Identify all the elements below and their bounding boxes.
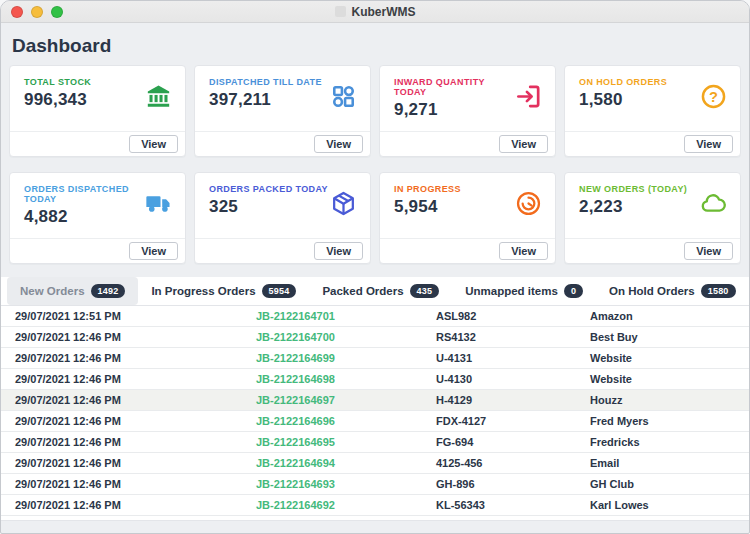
- view-button[interactable]: View: [684, 135, 733, 153]
- order-table-row[interactable]: 29/07/2021 12:46 PM JB-2122164698 U-4130…: [1, 369, 749, 390]
- view-button[interactable]: View: [499, 242, 548, 260]
- stat-card-value: 4,882: [24, 207, 145, 227]
- order-datetime-cell: 29/07/2021 12:46 PM: [1, 453, 242, 473]
- order-datetime-cell: 29/07/2021 12:51 PM: [1, 306, 242, 326]
- zoom-icon[interactable]: [51, 6, 63, 18]
- order-table-row[interactable]: 29/07/2021 12:46 PM JB-2122164694 4125-4…: [1, 453, 749, 474]
- order-reference-cell: FDX-4127: [422, 411, 576, 431]
- view-button[interactable]: View: [129, 135, 178, 153]
- tab-count-badge: 1492: [91, 284, 126, 298]
- order-id-link[interactable]: JB-2122164692: [242, 495, 422, 515]
- order-channel-cell: Fredricks: [576, 432, 749, 452]
- stat-card-footer: View: [195, 131, 370, 156]
- orders-table: 29/07/2021 12:51 PM JB-2122164701 ASL982…: [1, 305, 749, 516]
- orders-tab-packed-orders[interactable]: Packed Orders 435: [309, 277, 452, 305]
- minimize-icon[interactable]: [31, 6, 43, 18]
- order-channel-cell: Karl Lowes: [576, 495, 749, 515]
- stat-card-label: IN PROGRESS: [394, 184, 461, 194]
- tab-label: On Hold Orders: [609, 285, 695, 297]
- order-channel-cell: Houzz: [576, 390, 749, 410]
- tab-label: Packed Orders: [322, 285, 403, 297]
- order-id-link[interactable]: JB-2122164699: [242, 348, 422, 368]
- order-table-row[interactable]: 29/07/2021 12:46 PM JB-2122164696 FDX-41…: [1, 411, 749, 432]
- stat-card-value: 325: [209, 197, 328, 217]
- stat-card-footer: View: [565, 131, 740, 156]
- orders-tab-unmapped-items[interactable]: Unmapped items 0: [452, 277, 596, 305]
- stat-card-value: 2,223: [579, 197, 687, 217]
- order-id-link[interactable]: JB-2122164697: [242, 390, 422, 410]
- stat-card-footer: View: [565, 238, 740, 263]
- stat-card: DISPATCHED TILL DATE 397,211 View: [194, 65, 371, 157]
- table-footer-spacer: [1, 516, 749, 521]
- stat-card-value: 9,271: [394, 100, 515, 120]
- order-datetime-cell: 29/07/2021 12:46 PM: [1, 348, 242, 368]
- inward-icon: [515, 83, 542, 110]
- stat-card-body: ORDERS DISPATCHED TODAY 4,882: [10, 173, 185, 238]
- tab-label: Unmapped items: [465, 285, 558, 297]
- orders-tab-on-hold-orders[interactable]: On Hold Orders 1580: [596, 277, 748, 305]
- tab-label: New Orders: [20, 285, 85, 297]
- order-reference-cell: RS4132: [422, 327, 576, 347]
- view-button[interactable]: View: [499, 135, 548, 153]
- order-reference-cell: U-4131: [422, 348, 576, 368]
- order-table-row[interactable]: 29/07/2021 12:46 PM JB-2122164697 H-4129…: [1, 390, 749, 411]
- view-button[interactable]: View: [129, 242, 178, 260]
- stat-card-body: INWARD QUANTITY TODAY 9,271: [380, 66, 555, 131]
- order-table-row[interactable]: 29/07/2021 12:46 PM JB-2122164699 U-4131…: [1, 348, 749, 369]
- orders-tab-new-orders[interactable]: New Orders 1492: [7, 277, 138, 305]
- tab-count-badge: 5954: [262, 284, 297, 298]
- truck-icon: [145, 190, 172, 217]
- stat-card-footer: View: [380, 238, 555, 263]
- order-reference-cell: U-4130: [422, 369, 576, 389]
- stat-card-body: ON HOLD ORDERS 1,580 ?: [565, 66, 740, 131]
- order-channel-cell: Website: [576, 369, 749, 389]
- stat-card: IN PROGRESS 5,954 View: [379, 172, 556, 264]
- order-channel-cell: Website: [576, 348, 749, 368]
- stat-card-body: NEW ORDERS (TODAY) 2,223: [565, 173, 740, 238]
- stat-card-value: 1,580: [579, 90, 667, 110]
- order-table-row[interactable]: 29/07/2021 12:46 PM JB-2122164692 KL-563…: [1, 495, 749, 516]
- order-id-link[interactable]: JB-2122164693: [242, 474, 422, 494]
- stat-card-footer: View: [195, 238, 370, 263]
- orders-tab-in-progress-orders[interactable]: In Progress Orders 5954: [138, 277, 309, 305]
- stat-card: ORDERS DISPATCHED TODAY 4,882 View: [9, 172, 186, 264]
- order-channel-cell: Fred Myers: [576, 411, 749, 431]
- order-reference-cell: KL-56343: [422, 495, 576, 515]
- window-title: KuberWMS: [352, 5, 416, 19]
- package-icon: [330, 190, 357, 217]
- order-id-link[interactable]: JB-2122164701: [242, 306, 422, 326]
- stat-card: ON HOLD ORDERS 1,580 ? View: [564, 65, 741, 157]
- stat-card-footer: View: [10, 131, 185, 156]
- order-id-link[interactable]: JB-2122164698: [242, 369, 422, 389]
- order-table-row[interactable]: 29/07/2021 12:46 PM JB-2122164693 GH-896…: [1, 474, 749, 495]
- order-id-link[interactable]: JB-2122164695: [242, 432, 422, 452]
- category-icon: [330, 83, 357, 110]
- tab-label: In Progress Orders: [151, 285, 255, 297]
- order-id-link[interactable]: JB-2122164694: [242, 453, 422, 473]
- stat-card-value: 996,343: [24, 90, 91, 110]
- tab-count-badge: 1580: [701, 284, 736, 298]
- order-datetime-cell: 29/07/2021 12:46 PM: [1, 432, 242, 452]
- order-id-link[interactable]: JB-2122164700: [242, 327, 422, 347]
- stat-card-body: ORDERS PACKED TODAY 325: [195, 173, 370, 238]
- order-channel-cell: Best Buy: [576, 327, 749, 347]
- question-icon: ?: [700, 83, 727, 110]
- app-icon: [335, 6, 346, 17]
- stat-card-value: 397,211: [209, 90, 322, 110]
- stat-card-body: DISPATCHED TILL DATE 397,211: [195, 66, 370, 131]
- close-icon[interactable]: [11, 6, 23, 18]
- order-id-link[interactable]: JB-2122164696: [242, 411, 422, 431]
- stat-card-label: INWARD QUANTITY TODAY: [394, 77, 515, 97]
- order-table-row[interactable]: 29/07/2021 12:46 PM JB-2122164695 FG-694…: [1, 432, 749, 453]
- stat-card-footer: View: [10, 238, 185, 263]
- stat-card-label: ON HOLD ORDERS: [579, 77, 667, 87]
- order-channel-cell: GH Club: [576, 474, 749, 494]
- view-button[interactable]: View: [314, 135, 363, 153]
- order-reference-cell: ASL982: [422, 306, 576, 326]
- order-table-row[interactable]: 29/07/2021 12:51 PM JB-2122164701 ASL982…: [1, 306, 749, 327]
- view-button[interactable]: View: [314, 242, 363, 260]
- order-channel-cell: Amazon: [576, 306, 749, 326]
- order-table-row[interactable]: 29/07/2021 12:46 PM JB-2122164700 RS4132…: [1, 327, 749, 348]
- order-reference-cell: GH-896: [422, 474, 576, 494]
- view-button[interactable]: View: [684, 242, 733, 260]
